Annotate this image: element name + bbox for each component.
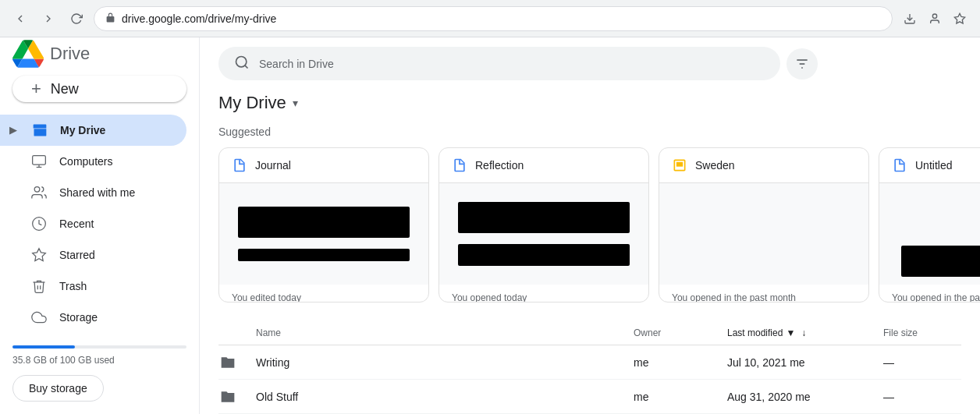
search-icon: [234, 55, 250, 73]
sidebar-item-trash[interactable]: Trash: [0, 271, 186, 302]
card-journal-preview: [219, 183, 428, 285]
sidebar-item-trash-label: Trash: [59, 280, 87, 292]
svg-point-1: [932, 14, 936, 18]
card-sweden-title: Sweden: [695, 159, 735, 172]
star-icon[interactable]: [949, 8, 971, 30]
drive-logo[interactable]: Drive: [0, 37, 199, 69]
file-modified-writing: Jul 10, 2021 me: [727, 356, 883, 369]
sidebar-item-my-drive[interactable]: ▶ My Drive: [0, 115, 186, 146]
storage-bar-fill: [12, 345, 75, 349]
card-reflection[interactable]: Reflection You opened today: [439, 147, 649, 303]
chevron-right-icon: ▶: [9, 125, 16, 136]
file-name-text-old-stuff: Old Stuff: [256, 391, 298, 403]
browser-chrome: drive.google.com/drive/my-drive: [0, 0, 980, 37]
col-size-header: File size: [883, 327, 961, 338]
recent-icon: [31, 216, 47, 232]
profile-icon[interactable]: [924, 8, 946, 30]
drive-logo-text: Drive: [50, 44, 90, 64]
suggested-cards: Journal You edited today Reflection: [200, 147, 980, 321]
storage-bar-background: [12, 345, 186, 349]
sidebar-item-shared-label: Shared with me: [59, 186, 135, 199]
card-reflection-header: Reflection: [439, 148, 648, 183]
card-sweden-header: Sweden: [659, 148, 868, 183]
card-untitled-title: Untitled: [915, 159, 952, 172]
file-list: Name Owner Last modified ▼ ↓ File size W…: [200, 321, 980, 414]
file-name-text-writing: Writing: [256, 356, 289, 369]
new-button-label: New: [51, 81, 79, 97]
back-button[interactable]: [9, 8, 31, 30]
card-untitled[interactable]: Untitled You opened in the past m...: [879, 147, 980, 303]
lock-icon: [105, 12, 115, 25]
card-sweden-footer: You opened in the past month: [659, 285, 868, 303]
sidebar-item-starred[interactable]: Starred: [0, 239, 186, 271]
sidebar-item-recent[interactable]: Recent: [0, 208, 186, 239]
file-owner-old-stuff: me: [634, 391, 727, 403]
page-title: My Drive: [218, 93, 286, 113]
svg-point-6: [34, 187, 40, 193]
doc-icon-blue-3: [892, 157, 907, 173]
reload-button[interactable]: [66, 8, 87, 30]
col-modified-header[interactable]: Last modified ▼ ↓: [727, 327, 883, 338]
card-journal-footer: You edited today: [219, 285, 428, 303]
doc-icon-blue: [232, 157, 247, 173]
my-drive-icon: [32, 122, 48, 138]
page-title-chevron-icon[interactable]: ▾: [293, 97, 298, 109]
sidebar-item-starred-label: Starred: [59, 249, 95, 261]
forward-button[interactable]: [37, 8, 59, 30]
svg-rect-3: [33, 156, 46, 165]
svg-rect-14: [676, 162, 683, 167]
nav-list: ▶ My Drive Computers Shared w: [0, 115, 199, 333]
doc-icon-blue-2: [452, 157, 467, 173]
card-reflection-title: Reflection: [475, 159, 524, 172]
download-icon[interactable]: [899, 8, 921, 30]
card-journal[interactable]: Journal You edited today: [218, 147, 429, 303]
page-title-bar: My Drive ▾: [200, 90, 980, 126]
file-size-old-stuff: —: [883, 391, 961, 403]
new-button[interactable]: + New: [12, 76, 186, 102]
starred-icon: [31, 247, 47, 263]
app-layout: Drive + New ▶ My Drive Compute: [0, 37, 980, 414]
search-placeholder-text: Search in Drive: [259, 58, 765, 70]
shared-icon: [31, 185, 47, 200]
new-plus-icon: +: [31, 79, 41, 99]
search-filter-button[interactable]: [786, 48, 818, 80]
sidebar-item-my-drive-label: My Drive: [60, 124, 105, 136]
file-size-writing: —: [883, 356, 961, 369]
table-row-old-stuff[interactable]: Old Stuff me Aug 31, 2020 me —: [218, 380, 961, 414]
address-bar[interactable]: drive.google.com/drive/my-drive: [94, 6, 893, 31]
buy-storage-button[interactable]: Buy storage: [12, 375, 104, 402]
sidebar-item-recent-label: Recent: [59, 218, 94, 230]
storage-text: 35.8 GB of 100 GB used: [12, 355, 186, 366]
slides-icon-yellow: [672, 157, 687, 173]
sidebar-item-shared[interactable]: Shared with me: [0, 177, 186, 208]
file-list-header: Name Owner Last modified ▼ ↓ File size: [218, 321, 961, 345]
col-name-header: Name: [218, 327, 634, 338]
card-reflection-preview: [439, 183, 648, 285]
card-untitled-preview: [879, 183, 980, 285]
sidebar-item-storage[interactable]: Storage: [0, 302, 186, 333]
card-sweden[interactable]: Sweden You opened in the past month: [659, 147, 869, 303]
suggested-label: Suggested: [200, 126, 980, 147]
storage-section: 35.8 GB of 100 GB used Buy storage: [0, 333, 199, 414]
card-untitled-footer: You opened in the past m...: [879, 285, 980, 303]
file-name-old-stuff: Old Stuff: [218, 389, 634, 405]
sidebar-item-computers-label: Computers: [59, 155, 112, 168]
svg-marker-2: [954, 13, 964, 23]
svg-point-9: [236, 57, 247, 67]
table-row-writing[interactable]: Writing me Jul 10, 2021 me —: [218, 345, 961, 380]
search-bar[interactable]: Search in Drive: [218, 47, 780, 80]
svg-marker-8: [33, 249, 46, 261]
file-owner-writing: me: [634, 356, 727, 369]
sort-arrow-icon: ↓: [801, 327, 806, 338]
browser-actions: [899, 8, 971, 30]
left-panel: Drive + New ▶ My Drive Compute: [0, 37, 200, 414]
col-owner-header: Owner: [634, 327, 727, 338]
card-untitled-header: Untitled: [879, 148, 980, 183]
file-name-writing: Writing: [218, 355, 634, 370]
sidebar-item-computers[interactable]: Computers: [0, 146, 186, 177]
card-sweden-preview: [659, 183, 868, 285]
computers-icon: [31, 154, 47, 169]
sidebar-item-storage-label: Storage: [59, 311, 98, 324]
folder-icon-writing: [218, 355, 237, 370]
card-journal-header: Journal: [219, 148, 428, 183]
